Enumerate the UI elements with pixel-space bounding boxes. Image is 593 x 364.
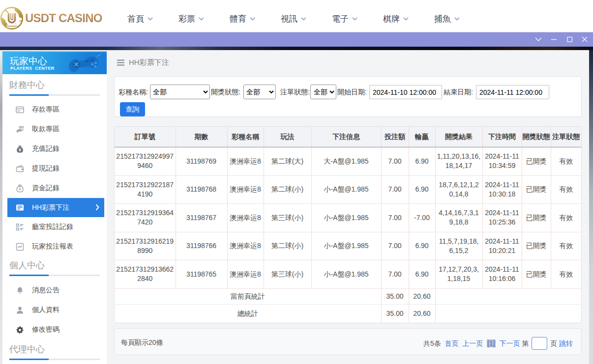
svg-text:Casino: Casino: [7, 25, 17, 28]
